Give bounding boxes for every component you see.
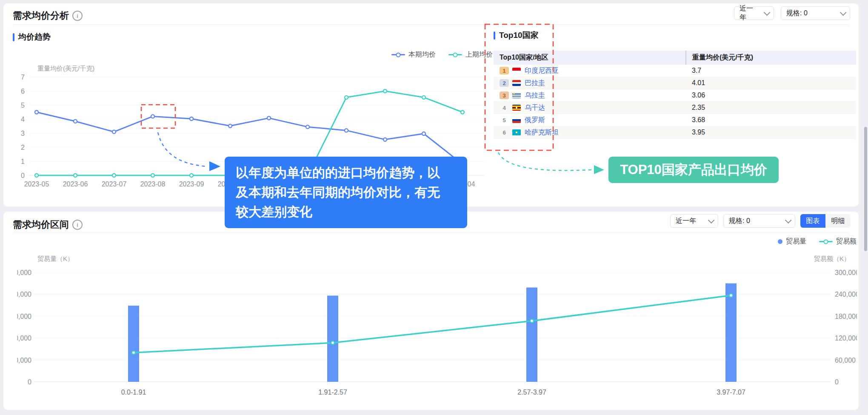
teal-arrowhead-icon [594,165,604,174]
chart2-left-axis-label: 贸易量（K） [37,255,74,263]
section1-title: 需求均价分析 i [13,9,83,22]
header-divider [13,24,849,25]
vertical-scrollbar[interactable] [864,127,867,251]
demand-avg-price-range-card: 需求均价区间 i 近一年 规格: 0 图表 明细 贸易量贸易额 贸易量（K） 贸… [3,212,859,410]
svg-text:7: 7 [21,74,25,81]
view-toggle: 图表 明细 [800,214,851,228]
info-icon[interactable]: i [72,11,83,21]
table-row: 6哈萨克斯坦3.95 [494,126,856,139]
green-annotation-label: TOP10国家产品出口均价 [608,157,779,183]
rank-badge: 5 [500,116,509,124]
rank-badge: 6 [500,129,509,136]
svg-text:40,000: 40,000 [17,291,31,298]
svg-text:2023-09: 2023-09 [179,180,204,188]
spec-select-1[interactable]: 规格: 0 [781,6,850,20]
price-range-bar-line-chart[interactable]: 50,000300,00040,000240,00030,000180,0002… [17,268,857,402]
top10-countries-table: Top10国家/地区 重量均价(美元/千克) 1印度尼西亚3.72巴拉圭4.01… [494,51,856,139]
legend-item-本期均价[interactable]: 本期均价 [391,50,436,59]
svg-text:2.57-3.97: 2.57-3.97 [517,389,546,396]
table-row: 1印度尼西亚3.7 [494,65,856,77]
blue-annotation-note: 以年度为单位的的进口均价趋势，以 及本期和去年同期的均价对比，有无 较大差别变化 [225,157,467,228]
column-header-country: Top10国家/地区 [494,51,686,65]
spec-select-1-value: 规格: 0 [786,9,808,18]
legend-marker-icon [819,241,833,242]
chart1-legend: 本期均价上期均价 [391,50,493,59]
svg-text:3: 3 [21,130,25,137]
legend-item-上期均价[interactable]: 上期均价 [448,50,493,59]
legend-label: 本期均价 [408,50,436,59]
accent-bar [494,31,495,40]
country-link[interactable]: 乌拉圭 [525,92,545,99]
svg-text:2023-07: 2023-07 [102,180,127,188]
avg-price-value: 4.01 [686,77,856,89]
spec-select-2[interactable]: 规格: 0 [723,214,795,228]
country-link[interactable]: 乌干达 [525,104,545,111]
svg-text:1: 1 [21,158,25,165]
svg-text:3.97-7.07: 3.97-7.07 [717,389,745,396]
table-row: 3乌拉圭3.06 [494,89,856,102]
svg-text:4: 4 [21,116,25,123]
svg-text:2023-08: 2023-08 [140,180,166,188]
table-row: 4乌干达2.35 [494,102,856,114]
svg-text:0.0-1.91: 0.0-1.91 [121,389,146,396]
flag-kazakhstan-icon [512,129,521,135]
legend-label: 贸易量 [786,237,806,246]
svg-text:60,000: 60,000 [835,357,856,364]
chart1-y-axis-label: 重量均价(美元/千克) [37,65,94,73]
top10-title-text: Top10国家 [499,30,539,41]
rank-badge: 2 [500,79,509,87]
avg-price-value: 3.68 [686,114,856,126]
info-icon[interactable]: i [72,220,83,230]
period-select-1-value: 近一年 [740,4,760,22]
teal-dashed-arrow [498,152,591,171]
flag-russia-icon [512,117,521,123]
svg-text:1.91-2.57: 1.91-2.57 [318,389,347,396]
section2-title: 需求均价区间 i [13,218,83,231]
chart2-right-axis-label: 贸易额（K） [814,255,850,263]
flag-uganda-icon [512,105,521,111]
svg-text:300,000: 300,000 [835,269,857,276]
svg-text:30,000: 30,000 [17,313,31,320]
header-divider [13,232,849,232]
chevron-down-icon [708,217,715,223]
legend-marker-icon [391,54,405,55]
table-header-row: Top10国家/地区 重量均价(美元/千克) [494,51,856,65]
chevron-down-icon [840,9,847,16]
section1-title-text: 需求均价分析 [13,9,69,22]
svg-text:0: 0 [21,172,25,179]
chart2-legend: 贸易量贸易额 [778,237,857,246]
country-link[interactable]: 巴拉圭 [525,79,545,86]
avg-price-value: 3.95 [686,126,856,139]
chevron-down-icon [764,9,770,15]
flag-indonesia-icon [512,68,521,74]
period-select-1[interactable]: 近一年 [734,6,774,20]
legend-item-贸易额[interactable]: 贸易额 [819,237,857,246]
country-link[interactable]: 哈萨克斯坦 [525,129,559,136]
chevron-down-icon [785,217,792,223]
avg-price-value: 2.35 [686,102,856,114]
legend-label: 上期均价 [465,50,493,59]
legend-marker-icon [778,239,782,244]
svg-text:50,000: 50,000 [17,269,31,276]
subtitle-avg-price-trend: 均价趋势 [13,31,51,43]
svg-text:240,000: 240,000 [835,291,857,298]
legend-label: 贸易额 [836,237,857,246]
period-select-2[interactable]: 近一年 [670,214,718,228]
period-select-2-value: 近一年 [676,217,696,226]
svg-text:0: 0 [835,378,839,386]
flag-uruguay-icon [512,92,521,98]
rank-badge: 4 [500,104,509,112]
country-link[interactable]: 印度尼西亚 [525,67,559,74]
section2-title-text: 需求均价区间 [13,218,69,231]
svg-text:2023-06: 2023-06 [63,180,88,188]
svg-text:10,000: 10,000 [17,357,31,364]
tab-chart-view[interactable]: 图表 [800,214,825,228]
avg-price-value: 3.7 [686,65,856,77]
legend-item-贸易量[interactable]: 贸易量 [778,237,806,246]
trade-analytics-dashboard: 需求均价分析 i 近一年 规格: 0 均价趋势 本期均价上期均价 重量均价(美元… [0,0,868,415]
tab-detail-view[interactable]: 明细 [825,214,851,228]
country-link[interactable]: 俄罗斯 [525,116,545,123]
top10-title: Top10国家 [494,30,539,41]
svg-text:0: 0 [28,378,31,386]
svg-text:180,000: 180,000 [835,313,857,320]
